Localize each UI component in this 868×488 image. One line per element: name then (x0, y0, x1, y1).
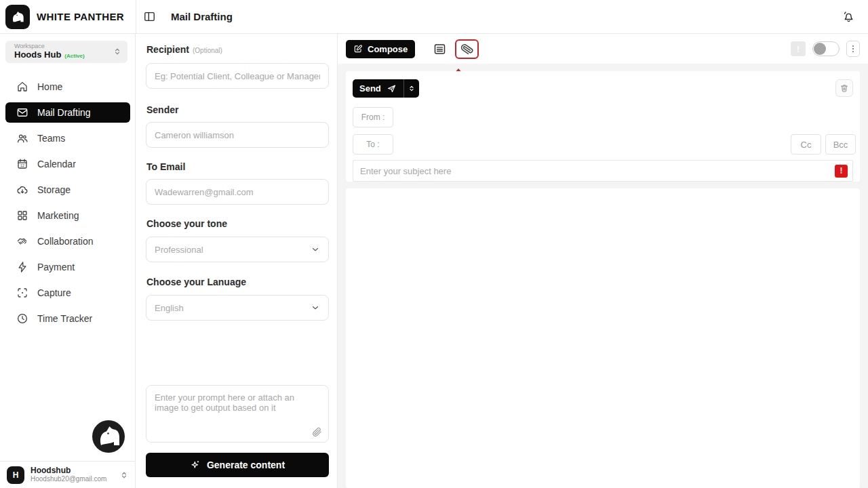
panther-logo-icon (5, 5, 30, 29)
language-value: English (155, 303, 184, 313)
tone-value: Professional (155, 245, 203, 255)
compose-label: Compose (368, 44, 408, 54)
more-options-icon[interactable] (846, 41, 860, 57)
to-field[interactable]: To : (353, 134, 393, 155)
chevron-down-icon (311, 245, 320, 254)
capture-icon (16, 287, 28, 299)
send-button[interactable]: Send (353, 79, 419, 98)
compose-toolbar: Compose ! (338, 34, 868, 64)
top-header: WHITE PANTHER Mail Drafting (0, 0, 868, 34)
generate-content-button[interactable]: Generate content (146, 453, 329, 477)
priority-alert-badge[interactable]: ! (791, 41, 806, 56)
calendar-icon: 12 (16, 158, 28, 170)
language-label: Choose your Lanuage (146, 277, 246, 287)
sender-input[interactable] (146, 122, 329, 148)
sidebar-item-label: Payment (37, 262, 75, 272)
sidebar-item-home[interactable]: Home (5, 77, 130, 97)
sidebar-item-calendar[interactable]: 12 Calendar (5, 154, 130, 174)
draft-settings-panel: Recipient(Optional) Sender To Email Choo… (136, 34, 338, 488)
to-email-label: To Email (146, 161, 185, 172)
brand-name: WHITE PANTHER (37, 11, 124, 22)
notification-bell-icon[interactable] (842, 9, 856, 24)
attachment-paperclip-icon[interactable] (460, 43, 473, 56)
toggle-switch[interactable] (812, 41, 840, 56)
draft-template-icon[interactable] (433, 42, 447, 56)
send-plane-icon (387, 83, 397, 94)
mail-body-card[interactable] (346, 188, 860, 488)
paperclip-icon[interactable] (312, 427, 322, 437)
recipient-label: Recipient(Optional) (146, 44, 222, 55)
sender-label: Sender (146, 104, 178, 115)
prompt-textarea[interactable] (146, 386, 328, 442)
header-main: Mail Drafting (136, 0, 868, 34)
cc-button[interactable]: Cc (791, 134, 821, 155)
subject-alert-icon: ! (835, 165, 848, 178)
header-divider (136, 0, 136, 34)
clock-icon (16, 312, 28, 325)
language-select[interactable]: English (146, 295, 329, 321)
send-label: Send (359, 83, 381, 94)
marketing-icon (16, 209, 28, 222)
sidebar-item-time-tracker[interactable]: Time Tracker (5, 308, 130, 329)
attachment-highlight-box (455, 39, 479, 59)
sidebar-item-collaboration[interactable]: Collaboration (5, 231, 130, 251)
compose-button[interactable]: Compose (346, 40, 415, 58)
sidebar-item-label: Mail Drafting (37, 107, 91, 118)
optional-hint: (Optional) (193, 47, 222, 54)
send-options-icon[interactable] (404, 79, 419, 98)
sidebar-item-mail-drafting[interactable]: Mail Drafting (5, 102, 130, 123)
sidebar-toggle-icon[interactable] (143, 10, 156, 23)
sidebar-item-marketing[interactable]: Marketing (5, 205, 130, 226)
sidebar-item-label: Capture (37, 287, 71, 298)
panther-circle-logo (92, 420, 125, 453)
workspace-status-badge: (Active) (64, 53, 84, 59)
sidebar-item-label: Home (37, 81, 62, 92)
app-window: WHITE PANTHER Mail Drafting Workspace Ho… (0, 0, 868, 488)
teams-icon (16, 132, 28, 144)
lightning-icon (16, 261, 28, 273)
bcc-button[interactable]: Bcc (825, 134, 856, 155)
workspace-name: Hoods Hub (14, 49, 61, 60)
user-profile[interactable]: H Hoodshub Hoodshub20@gmail.com (0, 461, 135, 488)
handshake-icon (16, 235, 28, 247)
toggle-knob (814, 43, 826, 55)
subject-input[interactable] (353, 166, 835, 176)
from-field[interactable]: From : (353, 107, 393, 127)
sidebar: Workspace Hoods Hub (Active) Home Mail D… (0, 34, 136, 488)
chevron-updown-icon (113, 47, 121, 56)
chevron-down-icon (311, 303, 320, 312)
recipient-input[interactable] (146, 63, 329, 89)
user-email: Hoodshub20@gmail.com (31, 475, 106, 483)
storage-icon (16, 184, 28, 196)
prompt-field-wrap (146, 385, 329, 443)
workspace-selector[interactable]: Workspace Hoods Hub (Active) (5, 41, 127, 63)
to-email-input[interactable] (146, 179, 329, 205)
brand-block: WHITE PANTHER (0, 0, 136, 34)
sparkle-icon (190, 460, 201, 470)
sidebar-nav: Home Mail Drafting Teams 12 Calendar Sto… (0, 77, 136, 329)
mail-icon (16, 106, 28, 119)
home-icon (16, 81, 28, 93)
user-name: Hoodshub (31, 466, 106, 475)
sidebar-item-teams[interactable]: Teams (5, 128, 130, 148)
trash-icon[interactable] (835, 79, 853, 97)
user-avatar: H (7, 466, 24, 484)
sidebar-item-label: Storage (37, 184, 71, 195)
tone-select[interactable]: Professional (146, 237, 329, 262)
sidebar-item-storage[interactable]: Storage (5, 180, 130, 200)
sidebar-item-capture[interactable]: Capture (5, 283, 130, 303)
sidebar-item-label: Calendar (37, 159, 76, 169)
subject-row: ! (353, 160, 853, 182)
sidebar-item-label: Collaboration (37, 236, 94, 247)
sidebar-item-label: Teams (37, 133, 65, 144)
mail-compose-area: Compose ! Attachment option (338, 34, 868, 488)
compose-pencil-icon (353, 44, 363, 54)
generate-content-label: Generate content (207, 460, 285, 470)
svg-text:12: 12 (20, 163, 24, 167)
chevron-updown-icon (120, 470, 128, 480)
page-title: Mail Drafting (171, 11, 233, 22)
mail-header-card: Send From : To : Cc Bcc ! (346, 71, 860, 182)
workspace-label: Workspace (14, 43, 121, 49)
sidebar-item-payment[interactable]: Payment (5, 257, 130, 277)
sidebar-item-label: Marketing (37, 210, 79, 221)
